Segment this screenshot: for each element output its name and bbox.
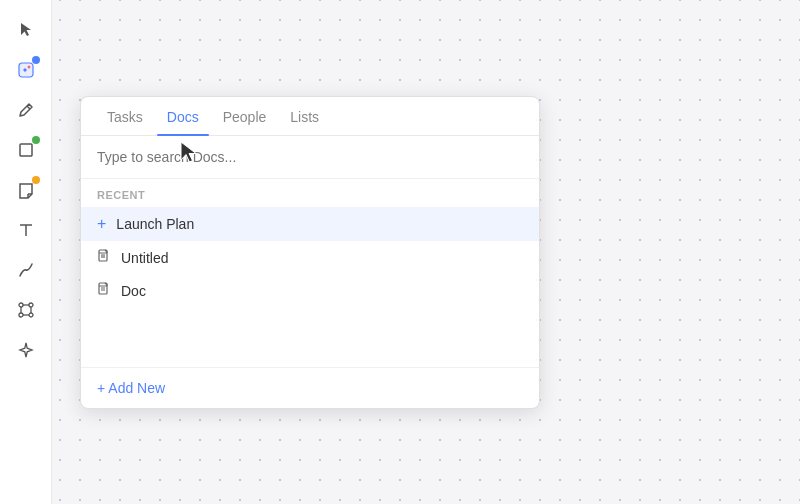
popup-panel: Tasks Docs People Lists RECENT + Launch … xyxy=(80,96,540,409)
tabs-bar: Tasks Docs People Lists xyxy=(81,97,539,136)
plus-icon: + xyxy=(97,215,106,233)
item-label-untitled: Untitled xyxy=(121,250,168,266)
svg-rect-3 xyxy=(20,144,32,156)
add-new-button[interactable]: + Add New xyxy=(81,367,539,408)
svg-line-2 xyxy=(27,106,30,109)
cursor-tool[interactable] xyxy=(8,12,44,48)
list-item-doc[interactable]: Doc xyxy=(81,274,539,307)
item-label-doc: Doc xyxy=(121,283,146,299)
svg-point-9 xyxy=(29,303,33,307)
svg-point-1 xyxy=(27,66,30,69)
svg-point-11 xyxy=(29,313,33,317)
sticky-badge xyxy=(32,176,40,184)
recent-label: RECENT xyxy=(81,179,539,207)
svg-point-8 xyxy=(19,303,23,307)
text-tool[interactable] xyxy=(8,212,44,248)
tab-lists[interactable]: Lists xyxy=(280,97,329,135)
sticky-tool[interactable] xyxy=(8,172,44,208)
add-new-label: + Add New xyxy=(97,380,165,396)
doc-icon-untitled xyxy=(97,249,111,266)
main-area: Tasks Docs People Lists RECENT + Launch … xyxy=(52,0,800,504)
tab-people[interactable]: People xyxy=(213,97,277,135)
magic-tool[interactable] xyxy=(8,332,44,368)
search-area xyxy=(81,136,539,179)
list-item-untitled[interactable]: Untitled xyxy=(81,241,539,274)
tab-docs[interactable]: Docs xyxy=(157,97,209,135)
item-label-launch-plan: Launch Plan xyxy=(116,216,194,232)
ai-tool[interactable] xyxy=(8,52,44,88)
shape-badge xyxy=(32,136,40,144)
ai-badge xyxy=(32,56,40,64)
shape-tool[interactable] xyxy=(8,132,44,168)
pen-tool[interactable] xyxy=(8,92,44,128)
left-toolbar xyxy=(0,0,52,504)
connect-tool[interactable] xyxy=(8,292,44,328)
doc-icon-doc xyxy=(97,282,111,299)
draw-tool[interactable] xyxy=(8,252,44,288)
search-input[interactable] xyxy=(97,149,523,165)
spacer xyxy=(81,307,539,367)
tab-tasks[interactable]: Tasks xyxy=(97,97,153,135)
svg-point-10 xyxy=(19,313,23,317)
list-item-launch-plan[interactable]: + Launch Plan xyxy=(81,207,539,241)
